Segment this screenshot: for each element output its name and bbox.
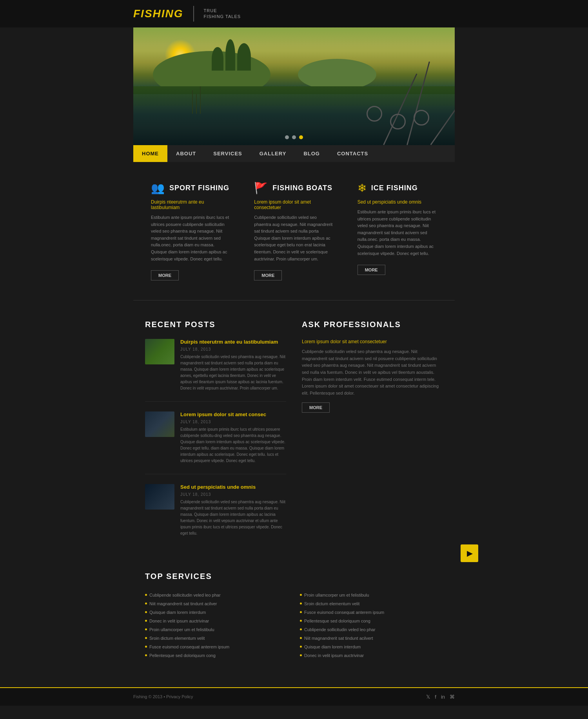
tree-2 bbox=[225, 39, 235, 71]
reed-1 bbox=[192, 90, 193, 114]
services-grid: Cublipende sollicitudin veled leo phar N… bbox=[145, 591, 443, 660]
features-section: 👥 SPORT FISHING Duirpis nteerutrm ante e… bbox=[133, 162, 455, 292]
facebook-icon[interactable]: f bbox=[435, 694, 436, 700]
dot-2[interactable] bbox=[292, 135, 296, 139]
sport-fishing-text: Estibulum ante ipsum primis iburc lucs e… bbox=[151, 214, 230, 262]
service-label-l5: Proin ullamcorper um et felistibulu bbox=[149, 627, 214, 632]
post-title-2[interactable]: Lorem ipsum dolor sit amet consec bbox=[180, 411, 286, 418]
post-item-2: Lorem ipsum dolor sit amet consec JULY 1… bbox=[145, 411, 286, 474]
service-label-r2: Sroin dictum elementum velit bbox=[304, 601, 359, 606]
nav-about[interactable]: ABOUT bbox=[167, 145, 205, 162]
sport-fishing-title: SPORT FISHING bbox=[169, 184, 229, 192]
ask-professionals-more-button[interactable]: MORE bbox=[302, 402, 330, 413]
service-label-r7: Quisque diam lorem interdum bbox=[304, 644, 361, 649]
nav-home[interactable]: HOME bbox=[133, 145, 167, 162]
reel-1 bbox=[367, 106, 382, 122]
logo-name[interactable]: FISHING bbox=[133, 7, 183, 20]
nav-blog[interactable]: BLOG bbox=[295, 145, 328, 162]
service-bullet-r1 bbox=[300, 594, 302, 596]
post-item-3: Sed ut perspiciatis unde omnis JULY 18, … bbox=[145, 484, 286, 546]
post-title-3[interactable]: Sed ut perspiciatis unde omnis bbox=[180, 484, 286, 491]
service-label-l8: Pellentesque sed doloriquum cong bbox=[149, 653, 216, 658]
feature-header-2: 🚩 FISHING BOATS bbox=[254, 182, 334, 195]
post-thumb-3 bbox=[145, 484, 174, 510]
nav-gallery[interactable]: GALLERY bbox=[251, 145, 295, 162]
scroll-arrow-icon: ▶ bbox=[467, 549, 472, 558]
hero-trees bbox=[212, 39, 251, 71]
main-nav: HOME ABOUT SERVICES GALLERY BLOG CONTACT… bbox=[133, 145, 455, 162]
services-left-col: Cublipende sollicitudin veled leo phar N… bbox=[145, 591, 288, 660]
dot-3[interactable] bbox=[299, 135, 303, 139]
hero-scene bbox=[133, 27, 455, 145]
post-thumb-1 bbox=[145, 339, 174, 364]
service-bullet-r5 bbox=[300, 628, 302, 630]
service-left-8: Pellentesque sed doloriquum cong bbox=[145, 651, 288, 660]
recent-posts-column: RECENT POSTS Duirpis nteerutrm ante eu l… bbox=[145, 320, 286, 556]
fishing-boats-text: Cublipende sollicitudin veled seo phaent… bbox=[254, 214, 334, 262]
service-label-l6: Sroin dictum elementum velit bbox=[149, 636, 205, 641]
ask-professionals-column: ASK PROFESSIONALS Lorem ipsum dolor sit … bbox=[302, 320, 443, 556]
reel-2 bbox=[390, 114, 406, 129]
service-bullet-r2 bbox=[300, 603, 302, 604]
services-right-col: Proin ullamcorper um et felistibulu Sroi… bbox=[300, 591, 443, 660]
service-left-3: Quisque diam lorem interdum bbox=[145, 608, 288, 617]
post-thumb-img-2 bbox=[145, 411, 174, 437]
post-content-2: Lorem ipsum dolor sit amet consec JULY 1… bbox=[180, 411, 286, 464]
logo-tagline: TRUE FISHING TALES bbox=[204, 8, 241, 20]
post-text-1: Cublipende sollicitudin veled seo phaent… bbox=[180, 354, 286, 391]
service-label-l7: Fusce euismod consequat anterem ipsum bbox=[149, 644, 229, 649]
service-right-3: Fusce euismod consequat anterem ipsum bbox=[300, 608, 443, 617]
rss-icon[interactable]: ⌘ bbox=[450, 694, 455, 700]
service-bullet-l5 bbox=[145, 628, 147, 630]
scroll-to-top-button[interactable]: ▶ bbox=[461, 544, 478, 562]
reel-3 bbox=[414, 110, 429, 126]
fishing-boats-subtitle: Lorem ipsum dolor sit amet consectetuer bbox=[254, 199, 334, 210]
hero-banner bbox=[133, 27, 455, 145]
post-title-1[interactable]: Duirpis nteerutrm ante eu lastibulumiam bbox=[180, 339, 286, 346]
nav-contacts[interactable]: CONTACTS bbox=[328, 145, 377, 162]
service-label-l4: Donec in velit ipsum auctrivinar bbox=[149, 619, 209, 623]
section-divider bbox=[133, 300, 455, 300]
dot-1[interactable] bbox=[285, 135, 289, 139]
hero-dots bbox=[285, 135, 303, 139]
ask-professionals-text: Cublipende sollicitudin veled seo phaent… bbox=[302, 348, 443, 397]
nav-services[interactable]: SERVICES bbox=[205, 145, 251, 162]
rod-2 bbox=[407, 62, 430, 145]
feature-sport-fishing: 👥 SPORT FISHING Duirpis nteerutrm ante e… bbox=[145, 182, 236, 280]
service-bullet-r7 bbox=[300, 646, 302, 648]
post-text-3: Cublipende sollicitudin veled seo phaent… bbox=[180, 499, 286, 537]
service-left-5: Proin ullamcorper um et felistibulu bbox=[145, 625, 288, 634]
ice-fishing-icon: ❄ bbox=[358, 182, 367, 195]
top-services-section: TOP SERVICES Cublipende sollicitudin vel… bbox=[133, 572, 455, 675]
reed-2 bbox=[196, 94, 197, 114]
service-left-2: Niit magnandrerit sat tindunt acilver bbox=[145, 599, 288, 608]
post-content-3: Sed ut perspiciatis unde omnis JULY 18, … bbox=[180, 484, 286, 537]
sport-fishing-more-button[interactable]: MORE bbox=[151, 270, 179, 280]
footer-social: 𝕏 f in ⌘ bbox=[426, 694, 455, 700]
ice-fishing-more-button[interactable]: MORE bbox=[358, 265, 385, 275]
service-right-8: Donec in velit ipsum auctrivinar bbox=[300, 651, 443, 660]
service-bullet-l1 bbox=[145, 594, 147, 596]
service-right-1: Proin ullamcorper um et felistibulu bbox=[300, 591, 443, 599]
post-item-1: Duirpis nteerutrm ante eu lastibulumiam … bbox=[145, 339, 286, 402]
tree-1 bbox=[212, 47, 223, 71]
twitter-icon[interactable]: 𝕏 bbox=[426, 694, 430, 700]
rod-3 bbox=[430, 84, 455, 145]
service-bullet-l4 bbox=[145, 620, 147, 622]
feature-fishing-boats: 🚩 FISHING BOATS Lorem ipsum dolor sit am… bbox=[248, 182, 339, 280]
service-label-r4: Pellentesque sed doloriquum cong bbox=[304, 619, 370, 623]
service-bullet-r6 bbox=[300, 637, 302, 639]
post-thumb-img-1 bbox=[145, 339, 174, 364]
service-label-l3: Quisque diam lorem interdum bbox=[149, 610, 206, 615]
service-label-r6: Niit magnandrerit sat tindunt acilvert bbox=[304, 636, 373, 641]
reed-3 bbox=[200, 86, 201, 114]
feature-header-1: 👥 SPORT FISHING bbox=[151, 182, 230, 195]
service-label-r1: Proin ullamcorper um et felistibulu bbox=[304, 593, 369, 597]
service-bullet-l8 bbox=[145, 654, 147, 656]
logo-divider bbox=[193, 6, 194, 22]
post-date-1: JULY 18, 2013 bbox=[180, 347, 286, 351]
fishing-boats-more-button[interactable]: MORE bbox=[254, 270, 282, 280]
ice-fishing-text: Estibulum ante ipsum primis iburc lucs e… bbox=[358, 209, 437, 257]
linkedin-icon[interactable]: in bbox=[441, 694, 445, 700]
service-left-7: Fusce euismod consequat anterem ipsum bbox=[145, 643, 288, 651]
